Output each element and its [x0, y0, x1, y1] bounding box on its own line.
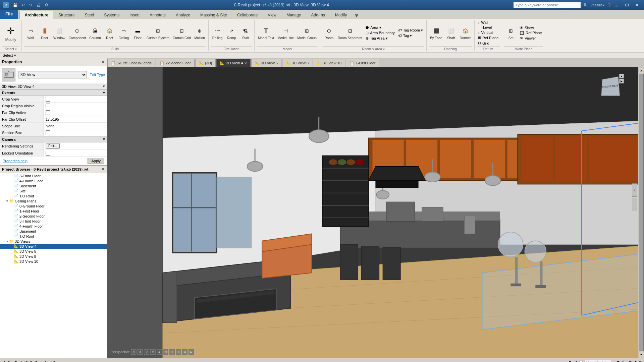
far-clip-active-checkbox[interactable] [46, 110, 50, 115]
persp-icon-2[interactable]: ⊕ [138, 349, 143, 355]
persp-icon-9[interactable]: ◉ [182, 349, 187, 355]
section-box-value[interactable] [44, 129, 107, 136]
ramp-button[interactable]: ↗ Ramp [225, 25, 238, 41]
tree-item-second-ceiling[interactable]: 📄 2-Second Floor [0, 214, 107, 219]
scope-box-value[interactable]: None [44, 123, 107, 129]
crop-region-checkbox[interactable] [46, 104, 50, 108]
tab-insert[interactable]: Insert [124, 11, 145, 19]
navigation-cube[interactable]: FRONT BOT ▲ ▶ [597, 74, 624, 101]
project-browser-tree[interactable]: 📄 3-Third Floor 📄 4-Fourth Floor 📄 Basem… [0, 173, 107, 358]
apply-button[interactable]: Apply [88, 158, 104, 164]
minimize-button[interactable]: 🗕 [612, 2, 621, 8]
tab-first-floor-grids[interactable]: 📋 1-First Floor W/ grids [107, 59, 155, 67]
tab-view[interactable]: View [263, 11, 281, 19]
tree-item-3d-view-10[interactable]: 📐 3D View 10 [0, 259, 107, 264]
ref-plane-viewer-button[interactable]: 🔲 Ref Plane [518, 31, 543, 36]
tab-3d-view-8[interactable]: 📐 3D View 8 [282, 59, 312, 67]
persp-icon-10[interactable]: ▶ [189, 349, 194, 355]
column-button[interactable]: 🏛 Column [88, 25, 102, 41]
scroll-up-button[interactable]: ▲ [639, 68, 644, 73]
model-group-button[interactable]: ⊞ Model Group [296, 25, 318, 41]
modify-button[interactable]: ✛ Modify [2, 23, 19, 43]
model-text-button[interactable]: T Model Text [257, 25, 275, 41]
crop-view-value[interactable] [44, 96, 107, 102]
persp-icon-5[interactable]: ◈ [157, 349, 162, 355]
ceiling-button[interactable]: ▭ Ceiling [117, 25, 130, 41]
settings-button[interactable]: ⚙ [43, 2, 50, 8]
persp-icon-4[interactable]: ⊞ [150, 349, 156, 355]
section-box-checkbox[interactable] [46, 130, 50, 135]
help-button[interactable]: ❓ [607, 3, 612, 7]
persp-icon-3[interactable]: ↺ [144, 349, 149, 355]
viewport-3d[interactable]: FRONT BOT ▲ ▶ ▲ ▼ + - [107, 67, 644, 358]
properties-help-link[interactable]: Properties help [3, 159, 28, 163]
tab-close-icon[interactable]: ✕ [244, 61, 247, 65]
persp-icon-1[interactable]: ◎ [131, 349, 137, 355]
nav-cube-controls[interactable]: ▲ ▶ [619, 74, 624, 83]
tab-modify[interactable]: Modify [330, 11, 352, 19]
status-icon-2[interactable]: 🔧 [622, 360, 627, 362]
tab-addins[interactable]: Add-Ins [306, 11, 330, 19]
tree-item-fourth-ceiling[interactable]: 📄 4-Fourth Floor [0, 224, 107, 229]
undo-button[interactable]: ↩ [20, 2, 26, 8]
tree-item-basement-ceiling[interactable]: 📄 Basement [0, 229, 107, 234]
rendering-settings-value[interactable]: Edit... [44, 142, 107, 149]
tree-item-first-ceiling[interactable]: 📄 1-First Floor [0, 208, 107, 214]
status-model-select[interactable]: Main Model [585, 360, 611, 362]
tag-room-button[interactable]: 🏷 Tag Room ▾ [397, 28, 424, 33]
window-button[interactable]: ⬜ Window [52, 25, 67, 41]
redo-button[interactable]: ↪ [28, 2, 34, 8]
view-dropdown[interactable]: 3D View: 3D View 4 ▾ [0, 83, 107, 89]
status-icon-3[interactable]: ⊞ [629, 360, 632, 362]
nav-cube-up[interactable]: ▲ [619, 74, 624, 78]
vertical-button[interactable]: ↕ Vertical [477, 30, 500, 35]
tree-item-ceiling-plans[interactable]: ▾ 📁 Ceiling Plans [0, 198, 107, 203]
status-icon-4[interactable]: ↺ [634, 360, 637, 362]
grid-button[interactable]: ⊟ Grid [477, 41, 500, 46]
edit-rendering-button[interactable]: Edit... [46, 143, 60, 149]
tree-item-to-roof-ceiling[interactable]: 📄 T.O Roof [0, 234, 107, 239]
tab-first-floor[interactable]: 📋 1-First Floor [346, 59, 379, 67]
print-button[interactable]: 🖨 [35, 2, 42, 8]
tree-item-3d-view-5[interactable]: 📐 3D View 5 [0, 249, 107, 254]
tree-item-basement[interactable]: 📄 Basement [0, 183, 107, 188]
crop-region-value[interactable] [44, 103, 107, 109]
by-face-button[interactable]: ⬛ By Face [429, 25, 444, 41]
dormer-button[interactable]: 🏠 Dormer [459, 25, 472, 41]
door-button[interactable]: 🚪 Door [38, 25, 51, 41]
tab-structure[interactable]: Structure [53, 11, 80, 19]
tab-analyze[interactable]: Analyze [171, 11, 195, 19]
tab-3d[interactable]: 📐 {3D} [195, 59, 216, 67]
zoom-out-button[interactable]: - [632, 198, 637, 211]
area-button[interactable]: ⬣ Area ▾ [364, 25, 396, 30]
tree-item-3d-views[interactable]: ▾ 📁 3D Views [0, 239, 107, 244]
perspective-icons[interactable]: ◎ ⊕ ↺ ⊞ ◈ ⊟ ✤ ⊛ ◉ ▶ [131, 349, 194, 355]
scroll-down-button[interactable]: ▼ [639, 352, 644, 357]
floor-button[interactable]: ▬ Floor [131, 25, 145, 41]
persp-icon-7[interactable]: ✤ [169, 349, 175, 355]
nav-cube-right[interactable]: ▶ [619, 79, 624, 83]
project-browser-close-button[interactable]: ✕ [101, 167, 105, 172]
tree-item-site[interactable]: 📄 Site [0, 188, 107, 193]
tab-3d-view-4[interactable]: 📐 3D View 4 ✕ [216, 59, 251, 67]
tab-systems[interactable]: Systems [99, 11, 124, 19]
locked-orientation-value[interactable] [44, 150, 107, 156]
model-line-button[interactable]: ⊣ Model Line [276, 25, 295, 41]
show-button[interactable]: 👁 Show [518, 25, 543, 30]
tab-massing[interactable]: Massing & Site [195, 11, 232, 19]
status-icon-1[interactable]: ⚙ [616, 360, 620, 362]
viewport-side-controls[interactable]: + - [632, 183, 637, 211]
prop-type-select[interactable]: 3D View [18, 71, 87, 78]
viewport-scrollbar[interactable]: ▲ ▼ [638, 67, 644, 358]
mullion-button[interactable]: ⊕ Mullion [193, 25, 206, 41]
tab-second-floor[interactable]: 📋 2-Second Floor [156, 59, 195, 67]
far-clip-offset-value[interactable]: 17.5195 [44, 116, 107, 122]
tree-item-fourth-floor[interactable]: 📄 4-Fourth Floor [0, 178, 107, 183]
tag-area-button[interactable]: ⊕ Tag Area ▾ [364, 36, 396, 41]
expand-ribbon-icon[interactable]: ▼ [352, 13, 361, 19]
file-tab[interactable]: File [0, 10, 18, 19]
wall-button[interactable]: ▭ Wall [24, 25, 37, 41]
edit-type-button[interactable]: Edit Type [90, 73, 105, 77]
ref-plane-button[interactable]: ⊞ Ref Plane [477, 35, 500, 40]
tab-3d-view-10[interactable]: 📐 3D View 10 [313, 59, 345, 67]
